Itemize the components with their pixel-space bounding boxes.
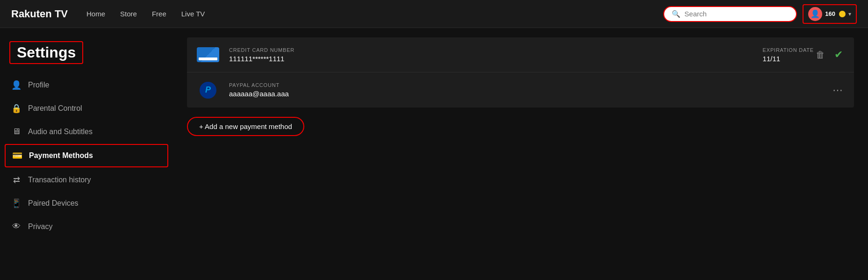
paypal-value: aaaaaa@aaaa.aaa: [229, 90, 831, 98]
sidebar-label-audio: Audio and Subtitles: [28, 128, 93, 136]
nav-livetv[interactable]: Live TV: [181, 8, 205, 20]
credit-card-icon: [196, 46, 220, 63]
paypal-icon: P: [196, 82, 220, 99]
sidebar-label-payment: Payment Methods: [29, 151, 93, 160]
nav-store[interactable]: Store: [120, 8, 137, 20]
profile-icon: 👤: [11, 80, 22, 90]
search-bar[interactable]: 🔍: [663, 6, 797, 22]
add-payment-button[interactable]: + Add a new payment method: [187, 117, 304, 136]
content-area: CREDIT CARD NUMBER 111111******1111 EXPI…: [173, 28, 868, 280]
sidebar-label-transaction: Transaction history: [28, 176, 91, 184]
sidebar-nav: 👤 Profile 🔒 Parental Control 🖥 Audio and…: [0, 73, 173, 238]
payment-row-credit-card: CREDIT CARD NUMBER 111111******1111 EXPI…: [187, 37, 854, 72]
expiration-label: EXPIRATION DATE: [763, 47, 814, 53]
settings-title-wrap: Settings: [0, 37, 173, 73]
sidebar-item-parental-control[interactable]: 🔒 Parental Control: [0, 97, 173, 120]
credit-card-actions: 🗑 ✔: [814, 47, 845, 63]
search-input[interactable]: [684, 10, 789, 18]
sidebar-label-paired: Paired Devices: [28, 199, 79, 208]
sidebar-label-parental: Parental Control: [28, 104, 82, 113]
credit-card-details: CREDIT CARD NUMBER 111111******1111: [229, 47, 735, 63]
lock-icon: 🔒: [11, 103, 22, 114]
payment-list: CREDIT CARD NUMBER 111111******1111 EXPI…: [187, 37, 854, 108]
paypal-details: PAYPAL ACCOUNT aaaaaa@aaaa.aaa: [229, 82, 831, 98]
avatar: 👤: [808, 7, 822, 21]
page-title: Settings: [9, 41, 83, 64]
nav-free[interactable]: Free: [152, 8, 166, 20]
header: Rakuten TV Home Store Free Live TV 🔍 👤 1…: [0, 0, 868, 28]
main-nav: Home Store Free Live TV: [86, 8, 663, 20]
expiration-details: EXPIRATION DATE 11/11: [763, 47, 814, 63]
paypal-label: PAYPAL ACCOUNT: [229, 82, 831, 88]
card-icon: 💳: [12, 151, 22, 161]
transfer-icon: ⇄: [11, 175, 22, 185]
sidebar-item-payment-methods[interactable]: 💳 Payment Methods: [5, 144, 168, 167]
sidebar-item-privacy[interactable]: 👁 Privacy: [0, 215, 173, 238]
nav-home[interactable]: Home: [86, 8, 105, 20]
logo[interactable]: Rakuten TV: [11, 8, 68, 20]
search-icon: 🔍: [672, 10, 681, 18]
sidebar-item-transaction-history[interactable]: ⇄ Transaction history: [0, 168, 173, 192]
sidebar-item-audio-subtitles[interactable]: 🖥 Audio and Subtitles: [0, 120, 173, 143]
monitor-icon: 🖥: [11, 127, 22, 136]
expiration-value: 11/11: [763, 55, 814, 63]
checkmark-button[interactable]: ✔: [832, 47, 845, 63]
header-right: 🔍 👤 160 ▾: [663, 4, 857, 24]
sidebar-item-profile[interactable]: 👤 Profile: [0, 73, 173, 97]
phone-icon: 📱: [11, 198, 22, 208]
sidebar-item-paired-devices[interactable]: 📱 Paired Devices: [0, 192, 173, 215]
user-button[interactable]: 👤 160 ▾: [803, 4, 857, 24]
chevron-down-icon: ▾: [848, 11, 851, 17]
add-payment-label: + Add a new payment method: [199, 122, 292, 130]
sidebar: Settings 👤 Profile 🔒 Parental Control 🖥 …: [0, 28, 173, 280]
main-layout: Settings 👤 Profile 🔒 Parental Control 🖥 …: [0, 28, 868, 280]
logo-text: Rakuten TV: [11, 8, 68, 20]
paypal-actions: ⋯: [831, 82, 845, 98]
credit-card-number-value: 111111******1111: [229, 55, 735, 63]
sidebar-label-privacy: Privacy: [28, 223, 52, 231]
payment-row-paypal: P PAYPAL ACCOUNT aaaaaa@aaaa.aaa ⋯: [187, 72, 854, 108]
user-points: 160: [825, 10, 835, 17]
coin-icon: [839, 11, 846, 17]
delete-button[interactable]: 🗑: [814, 48, 827, 62]
more-options-button[interactable]: ⋯: [831, 82, 845, 98]
sidebar-label-profile: Profile: [28, 81, 49, 89]
eye-icon: 👁: [11, 222, 22, 231]
credit-card-number-label: CREDIT CARD NUMBER: [229, 47, 735, 53]
